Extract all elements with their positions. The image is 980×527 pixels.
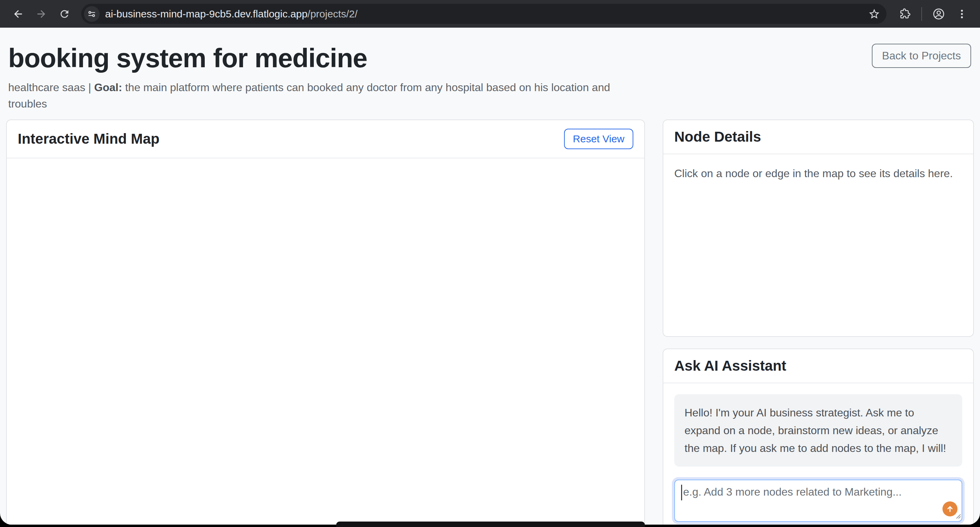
profile-icon[interactable] [929,4,948,24]
reload-icon[interactable] [55,4,75,24]
text-cursor [681,485,682,500]
goal-label: Goal: [94,81,122,94]
mindmap-canvas[interactable] [7,158,644,525]
menu-dots-icon[interactable] [952,4,972,24]
site-settings-icon[interactable] [84,6,100,22]
url-path: /projects/2/ [307,8,358,19]
reset-view-button[interactable]: Reset View [564,129,633,149]
right-column: Node Details Click on a node or edge in … [663,119,974,525]
mindmap-title: Interactive Mind Map [18,131,159,147]
url-domain: ai-business-mind-map-9cb5.dev.flatlogic.… [105,8,307,19]
chat-input-wrapper [674,479,962,522]
mindmap-card-header: Interactive Mind Map Reset View [7,120,644,158]
back-icon[interactable] [8,4,28,24]
resize-handle-icon[interactable] [955,512,961,521]
node-details-title: Node Details [674,129,761,145]
node-details-header: Node Details [663,120,973,154]
extensions-icon[interactable] [895,4,915,24]
url-text: ai-business-mind-map-9cb5.dev.flatlogic.… [105,8,358,20]
page-title: booking system for medicine [8,43,974,74]
up-arrow-icon [945,505,955,513]
content-row: Interactive Mind Map Reset View Node Det… [6,119,974,525]
bookmark-star-icon[interactable] [868,8,880,20]
subtitle-prefix: healthcare saas | [8,81,94,94]
ai-assistant-title: Ask AI Assistant [674,358,786,374]
chat-input[interactable] [674,479,962,522]
toolbar-divider [921,7,922,21]
back-to-projects-button[interactable]: Back to Projects [872,44,971,68]
macos-dock-sliver[interactable] [336,522,645,527]
forward-icon[interactable] [32,4,51,24]
mindmap-card: Interactive Mind Map Reset View [6,119,645,525]
browser-toolbar: ai-business-mind-map-9cb5.dev.flatlogic.… [0,0,980,28]
browser-window: ai-business-mind-map-9cb5.dev.flatlogic.… [0,0,980,525]
node-details-card: Node Details Click on a node or edge in … [663,119,974,337]
page-header: booking system for medicine healthcare s… [6,28,974,112]
ai-assistant-card: Ask AI Assistant Hello! I'm your AI busi… [663,349,974,525]
app-page: booking system for medicine healthcare s… [0,28,980,525]
ai-assistant-body: Hello! I'm your AI business strategist. … [663,383,973,525]
node-details-empty-text: Click on a node or edge in the map to se… [674,165,962,182]
node-details-body: Click on a node or edge in the map to se… [663,154,973,336]
project-subtitle: healthcare saas | Goal: the main platfor… [8,79,633,112]
assistant-welcome-message: Hello! I'm your AI business strategist. … [674,394,962,466]
address-bar[interactable]: ai-business-mind-map-9cb5.dev.flatlogic.… [81,4,886,24]
ai-assistant-header: Ask AI Assistant [663,349,973,383]
